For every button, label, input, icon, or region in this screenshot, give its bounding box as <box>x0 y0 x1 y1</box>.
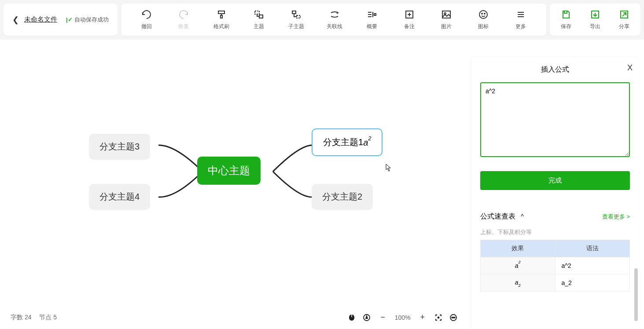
svg-point-15 <box>482 13 482 14</box>
summary-button[interactable]: 概要 <box>361 7 383 32</box>
emoji-icon <box>478 9 489 20</box>
svg-line-24 <box>622 13 626 16</box>
svg-rect-4 <box>297 15 300 18</box>
node-center[interactable]: 中心主题 <box>197 157 261 185</box>
node-branch-4-label: 分支主题4 <box>99 191 140 203</box>
formula-input[interactable] <box>480 82 630 157</box>
statusbar: 字数 24 节点 5 − 100% + <box>0 306 468 329</box>
svg-marker-28 <box>366 316 368 318</box>
fit-screen-icon[interactable] <box>434 314 442 322</box>
autosave-text: 自动保存成功 <box>74 16 109 24</box>
relation-button[interactable]: 关联线 <box>323 7 346 32</box>
table-row: a2 a^2 <box>481 257 630 274</box>
table-header-syntax: 语法 <box>555 240 630 257</box>
share-label: 分享 <box>619 23 629 30</box>
nav-mode-icon[interactable] <box>363 314 371 322</box>
more-icon <box>515 9 526 20</box>
node-branch-1[interactable]: 分支主题1 a2 <box>312 128 383 156</box>
save-label: 保存 <box>561 23 571 30</box>
save-icon <box>560 9 572 20</box>
node-branch-2[interactable]: 分支主题2 <box>312 184 373 210</box>
cheatsheet-title: 公式速查表 <box>480 212 515 220</box>
svg-point-31 <box>452 317 453 318</box>
svg-rect-0 <box>218 11 224 14</box>
summary-icon <box>366 9 378 20</box>
save-button[interactable]: 保存 <box>555 7 577 32</box>
subtopic-icon <box>291 9 302 20</box>
svg-point-14 <box>479 11 487 18</box>
svg-rect-20 <box>564 11 567 13</box>
svg-rect-2 <box>259 15 263 18</box>
more-label: 更多 <box>515 23 526 30</box>
zoom-level[interactable]: 100% <box>395 314 411 321</box>
relation-label: 关联线 <box>327 23 342 30</box>
redo-icon <box>178 9 189 20</box>
note-label: 备注 <box>404 23 415 30</box>
file-title[interactable]: 未命名文件 <box>24 15 57 24</box>
share-button[interactable]: 分享 <box>613 7 635 32</box>
mouse-mode-icon[interactable] <box>348 314 356 322</box>
syntax-cell: a_2 <box>555 274 630 292</box>
format-painter-icon <box>216 9 227 20</box>
more-button[interactable]: 更多 <box>510 7 532 32</box>
svg-point-33 <box>454 317 455 318</box>
note-button[interactable]: 备注 <box>398 7 420 32</box>
chevron-up-icon[interactable]: ^ <box>517 213 523 220</box>
image-icon <box>441 9 452 20</box>
undo-icon <box>141 9 152 20</box>
node-branch-1-formula: a2 <box>363 137 371 148</box>
zoom-out-button[interactable]: − <box>378 312 388 323</box>
autosave-status: |✓ 自动保存成功 <box>66 16 109 24</box>
node-branch-1-label: 分支主题1 <box>323 136 363 148</box>
svg-point-16 <box>484 13 485 14</box>
subtopic-button[interactable]: 子主题 <box>285 7 308 32</box>
node-branch-4[interactable]: 分支主题4 <box>89 184 150 210</box>
mouse-cursor <box>386 164 392 172</box>
summary-label: 概要 <box>367 23 377 30</box>
undo-button[interactable]: 撤回 <box>136 7 158 32</box>
effect-formula: a2 <box>515 263 521 269</box>
svg-rect-3 <box>292 11 296 14</box>
export-button[interactable]: 导出 <box>584 7 606 32</box>
image-button[interactable]: 图片 <box>435 7 457 32</box>
format-painter-label: 格式刷 <box>213 23 229 30</box>
node-count: 节点 5 <box>39 314 57 322</box>
node-branch-3-label: 分支主题3 <box>99 141 140 153</box>
table-row: a2 a_2 <box>481 274 630 292</box>
svg-point-32 <box>453 317 454 318</box>
svg-rect-1 <box>255 11 259 14</box>
export-icon <box>589 9 601 20</box>
zoom-in-button[interactable]: + <box>417 312 427 323</box>
scrollbar-thumb[interactable] <box>634 268 638 321</box>
node-branch-3[interactable]: 分支主题3 <box>89 134 150 160</box>
format-painter-button[interactable]: 格式刷 <box>210 7 233 32</box>
subtopic-label: 子主题 <box>288 23 304 30</box>
word-count: 字数 24 <box>11 314 31 322</box>
icon-label: 图标 <box>478 23 489 30</box>
table-header-effect: 效果 <box>481 240 556 257</box>
node-branch-2-label: 分支主题2 <box>322 191 362 203</box>
undo-label: 撤回 <box>141 23 152 30</box>
syntax-cell: a^2 <box>555 257 630 274</box>
back-button[interactable]: ❮ <box>12 15 19 25</box>
relation-icon <box>329 9 340 20</box>
export-label: 导出 <box>590 23 600 30</box>
icon-button[interactable]: 图标 <box>472 7 494 32</box>
svg-point-29 <box>438 317 439 318</box>
formula-panel: 插入公式 X 完成 公式速查表 ^ 查看更多 > 上标、下标及积分等 效果 语法… <box>471 57 639 329</box>
cheatsheet-table: 效果 语法 a2 a^2 a2 a_2 <box>480 240 630 292</box>
svg-rect-8 <box>374 14 376 15</box>
cheatsheet-subtitle: 上标、下标及积分等 <box>480 228 630 236</box>
redo-button[interactable]: 恢复 <box>173 7 195 32</box>
topic-label: 主题 <box>254 23 264 30</box>
topic-button[interactable]: 主题 <box>248 7 270 32</box>
view-more-link[interactable]: 查看更多 > <box>602 213 630 221</box>
image-label: 图片 <box>441 23 452 30</box>
more-options-icon[interactable] <box>449 314 457 322</box>
effect-formula: a2 <box>515 279 521 286</box>
node-center-label: 中心主题 <box>208 164 250 178</box>
topic-icon <box>253 9 265 20</box>
share-icon <box>618 9 630 20</box>
close-icon[interactable]: X <box>627 63 633 73</box>
done-button[interactable]: 完成 <box>480 171 630 190</box>
